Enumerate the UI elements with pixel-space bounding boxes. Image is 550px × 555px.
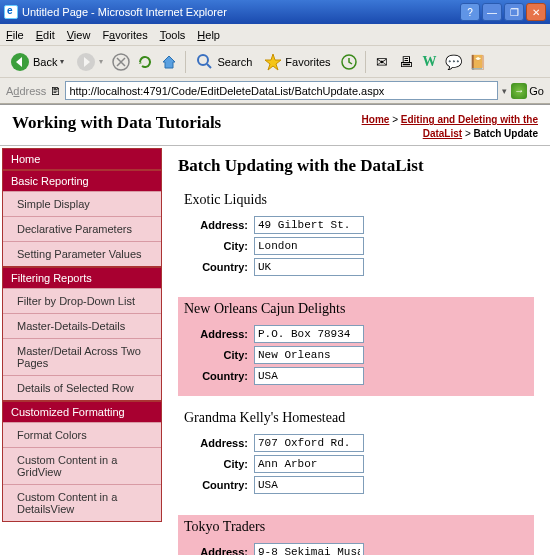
nav-item-1-3[interactable]: Details of Selected Row — [3, 375, 161, 400]
address-label: Address: — [184, 328, 248, 340]
menu-favorites[interactable]: Favorites — [102, 29, 147, 41]
address-input[interactable] — [254, 325, 364, 343]
breadcrumb-current: Batch Update — [474, 128, 538, 139]
supplier-block: Grandma Kelly's HomesteadAddress:City:Co… — [178, 406, 534, 505]
history-button[interactable] — [339, 52, 359, 72]
window-title: Untitled Page - Microsoft Internet Explo… — [22, 6, 227, 18]
back-icon — [10, 52, 30, 72]
country-label: Country: — [184, 479, 248, 491]
edit-button[interactable]: W — [420, 52, 440, 72]
supplier-name: Exotic Liquids — [184, 192, 528, 208]
window-titlebar: Untitled Page - Microsoft Internet Explo… — [0, 0, 550, 24]
ie-icon — [4, 5, 18, 19]
search-icon — [196, 53, 214, 71]
nav-item-2-2[interactable]: Custom Content in a DetailsView — [3, 484, 161, 521]
back-label: Back — [33, 56, 57, 68]
breadcrumb: Home > Editing and Deleting with the Dat… — [338, 113, 538, 141]
svg-point-3 — [198, 55, 208, 65]
supplier-name: Tokyo Traders — [184, 519, 528, 535]
nav-item-2-1[interactable]: Custom Content in a GridView — [3, 447, 161, 484]
nav-item-2-0[interactable]: Format Colors — [3, 422, 161, 447]
nav-group-1[interactable]: Filtering Reports — [3, 268, 161, 288]
search-label: Search — [217, 56, 252, 68]
nav-item-0-2[interactable]: Setting Parameter Values — [3, 241, 161, 266]
page-header: Working with Data Tutorials Home > Editi… — [0, 105, 550, 146]
main-content: Batch Updating with the DataList Exotic … — [162, 146, 550, 555]
home-button[interactable] — [159, 52, 179, 72]
nav-group-2[interactable]: Customized Formatting — [3, 402, 161, 422]
maximize-button[interactable]: ❐ — [504, 3, 524, 21]
refresh-button[interactable] — [135, 52, 155, 72]
menu-edit[interactable]: Edit — [36, 29, 55, 41]
sidebar: Home Basic ReportingSimple DisplayDeclar… — [0, 146, 162, 555]
supplier-name: New Orleans Cajun Delights — [184, 301, 528, 317]
address-label: Address: — [184, 437, 248, 449]
close-button[interactable]: ✕ — [526, 3, 546, 21]
address-label: Address: — [184, 219, 248, 231]
address-label: Address — [6, 85, 46, 97]
menu-view[interactable]: View — [67, 29, 91, 41]
address-label: Address: — [184, 546, 248, 555]
menu-help[interactable]: Help — [197, 29, 220, 41]
menu-tools[interactable]: Tools — [160, 29, 186, 41]
supplier-block: Tokyo TradersAddress:City:Country: — [178, 515, 534, 555]
nav-item-0-0[interactable]: Simple Display — [3, 191, 161, 216]
forward-button: ▾ — [72, 50, 107, 74]
star-icon — [264, 53, 282, 71]
favorites-button[interactable]: Favorites — [260, 51, 334, 73]
nav-item-0-1[interactable]: Declarative Parameters — [3, 216, 161, 241]
country-input[interactable] — [254, 367, 364, 385]
city-input[interactable] — [254, 237, 364, 255]
country-label: Country: — [184, 261, 248, 273]
print-button[interactable]: 🖶 — [396, 52, 416, 72]
nav-group-0[interactable]: Basic Reporting — [3, 171, 161, 191]
toolbar: Back ▾ ▾ Search Favorites ✉ 🖶 W 💬 📔 — [0, 46, 550, 78]
favorites-label: Favorites — [285, 56, 330, 68]
stop-button[interactable] — [111, 52, 131, 72]
address-input[interactable] — [254, 543, 364, 555]
city-label: City: — [184, 240, 248, 252]
country-input[interactable] — [254, 258, 364, 276]
menu-file[interactable]: File — [6, 29, 24, 41]
nav-item-1-1[interactable]: Master-Details-Details — [3, 313, 161, 338]
supplier-block: New Orleans Cajun DelightsAddress:City:C… — [178, 297, 534, 396]
country-label: Country: — [184, 370, 248, 382]
nav-item-1-2[interactable]: Master/Detail Across Two Pages — [3, 338, 161, 375]
city-label: City: — [184, 458, 248, 470]
menu-bar: File Edit View Favorites Tools Help — [0, 24, 550, 46]
address-input[interactable] — [65, 81, 498, 100]
supplier-name: Grandma Kelly's Homestead — [184, 410, 528, 426]
go-button[interactable]: → Go — [511, 83, 544, 99]
country-input[interactable] — [254, 476, 364, 494]
city-input[interactable] — [254, 455, 364, 473]
supplier-block: Exotic LiquidsAddress:City:Country: — [178, 188, 534, 287]
discuss-button[interactable]: 💬 — [444, 52, 464, 72]
minimize-button[interactable]: — — [482, 3, 502, 21]
mail-button[interactable]: ✉ — [372, 52, 392, 72]
page-heading: Batch Updating with the DataList — [178, 156, 534, 176]
page-icon: 🖹 — [50, 85, 61, 97]
search-button[interactable]: Search — [192, 51, 256, 73]
go-label: Go — [529, 85, 544, 97]
address-bar: Address 🖹 ▾ → Go — [0, 78, 550, 104]
breadcrumb-home[interactable]: Home — [362, 114, 390, 125]
nav-item-1-0[interactable]: Filter by Drop-Down List — [3, 288, 161, 313]
city-label: City: — [184, 349, 248, 361]
forward-icon — [76, 52, 96, 72]
city-input[interactable] — [254, 346, 364, 364]
address-dropdown[interactable]: ▾ — [502, 86, 507, 96]
help-button[interactable]: ? — [460, 3, 480, 21]
site-title: Working with Data Tutorials — [12, 113, 221, 133]
research-button[interactable]: 📔 — [468, 52, 488, 72]
address-input[interactable] — [254, 216, 364, 234]
back-button[interactable]: Back ▾ — [6, 50, 68, 74]
go-icon: → — [511, 83, 527, 99]
address-input[interactable] — [254, 434, 364, 452]
nav-home[interactable]: Home — [3, 149, 161, 169]
